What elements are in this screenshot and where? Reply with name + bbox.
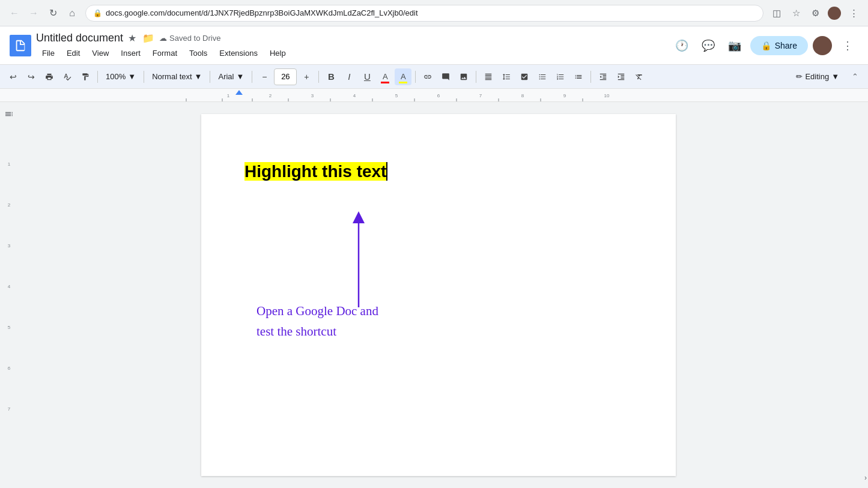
italic-button[interactable]: I: [341, 68, 357, 85]
print-button[interactable]: [41, 68, 58, 85]
bold-button[interactable]: B: [323, 68, 339, 85]
highlighted-text-container: Highlight this text: [244, 162, 633, 181]
menu-view[interactable]: View: [86, 46, 115, 60]
move-to-folder-button[interactable]: 📁: [141, 31, 156, 45]
svg-text:4: 4: [353, 93, 356, 98]
divider-5: [318, 71, 319, 83]
svg-text:5: 5: [395, 93, 398, 98]
indent-increase-button[interactable]: [613, 68, 630, 85]
menu-insert[interactable]: Insert: [115, 46, 147, 60]
expand-panel-button[interactable]: ›: [864, 474, 867, 482]
style-select[interactable]: Normal text ▼: [148, 68, 206, 85]
svg-text:6: 6: [437, 93, 440, 98]
document-title[interactable]: Untitled document: [36, 32, 123, 44]
chat-button[interactable]: 💬: [697, 35, 719, 56]
divider-7: [476, 71, 476, 83]
clear-format-button[interactable]: [631, 68, 648, 85]
version-history-button[interactable]: 🕐: [671, 35, 693, 56]
cast-button[interactable]: ◫: [768, 5, 785, 22]
style-dropdown-icon: ▼: [195, 72, 202, 81]
url-text: docs.google.com/document/d/1JNX7RjedBpzn…: [106, 8, 418, 17]
browser-actions: ◫ ☆ ⚙ ⋮: [768, 5, 862, 22]
divider-3: [210, 71, 210, 83]
zoom-dropdown-icon: ▼: [128, 72, 136, 81]
highlight-button[interactable]: A: [395, 68, 411, 85]
insert-image-button[interactable]: [455, 68, 472, 85]
text-color-button[interactable]: A: [377, 68, 393, 85]
numbered-list-button[interactable]: [552, 68, 569, 85]
svg-text:2: 2: [269, 93, 272, 98]
insert-link-button[interactable]: [419, 68, 436, 85]
home-button[interactable]: ⌂: [64, 5, 80, 22]
lock-icon: 🔒: [93, 9, 102, 17]
insert-comment-button[interactable]: [437, 68, 454, 85]
menu-button[interactable]: ⋮: [845, 5, 862, 22]
spell-check-button[interactable]: [59, 68, 76, 85]
browser-chrome: ← → ↻ ⌂ 🔒 docs.google.com/document/d/1JN…: [0, 0, 868, 26]
divider-4: [252, 71, 252, 83]
svg-text:7: 7: [479, 93, 482, 98]
underline-button[interactable]: U: [359, 68, 375, 85]
editing-dropdown-icon: ▼: [831, 72, 839, 81]
doc-title-area: Untitled document ★ 📁 ☁ Saved to Drive F…: [36, 31, 292, 60]
annotation-text: Open a Google Doc and test the shortcut: [256, 301, 378, 342]
annotation-container: Open a Google Doc and test the shortcut: [244, 217, 633, 397]
font-dropdown-icon: ▼: [236, 72, 244, 81]
menu-bar: File Edit View Insert Format Tools Exten…: [36, 46, 292, 60]
user-avatar[interactable]: [813, 36, 832, 55]
toolbar: ↩ ↪ 100% ▼ Normal text ▼ Arial ▼ − + B I…: [0, 65, 868, 89]
ruler: 1 2 3 4 5 6 7 8 9 10: [0, 89, 868, 102]
cloud-icon: ☁: [159, 34, 167, 43]
divider-8: [590, 71, 591, 83]
back-button[interactable]: ←: [6, 5, 23, 22]
svg-rect-0: [0, 89, 868, 102]
font-size-increase-button[interactable]: +: [298, 68, 315, 85]
font-size-input[interactable]: [274, 68, 297, 85]
extensions-button[interactable]: ⚙: [807, 5, 824, 22]
svg-text:1: 1: [227, 93, 230, 98]
menu-file[interactable]: File: [36, 46, 61, 60]
redo-button[interactable]: ↪: [23, 68, 40, 85]
menu-edit[interactable]: Edit: [61, 46, 86, 60]
font-size-decrease-button[interactable]: −: [256, 68, 273, 85]
star-button[interactable]: ★: [127, 31, 138, 45]
main-layout: 1 2 3 4 5 6 7 Highlight this text: [0, 102, 868, 488]
line-spacing-button[interactable]: [498, 68, 515, 85]
checklist-button[interactable]: [516, 68, 533, 85]
menu-help[interactable]: Help: [264, 46, 292, 60]
svg-text:10: 10: [604, 93, 610, 98]
menu-format[interactable]: Format: [147, 46, 183, 60]
header-right: 🕐 💬 📷 🔒 Share ⋮: [671, 35, 858, 56]
docs-icon: [10, 35, 31, 56]
side-ruler: 1 2 3 4 5 6 7: [8, 127, 10, 413]
document-area[interactable]: Highlight this text Open a Google D: [18, 102, 859, 488]
bullet-list-button[interactable]: [534, 68, 551, 85]
outline-button[interactable]: [2, 107, 16, 121]
pencil-icon: ✏: [796, 72, 803, 81]
paint-format-button[interactable]: [77, 68, 94, 85]
undo-button[interactable]: ↩: [5, 68, 22, 85]
profile-button[interactable]: [826, 5, 843, 22]
menu-extensions[interactable]: Extensions: [213, 46, 264, 60]
right-panel: ›: [859, 102, 868, 488]
bookmark-button[interactable]: ☆: [788, 5, 804, 22]
forward-button[interactable]: →: [25, 5, 42, 22]
svg-text:3: 3: [311, 93, 314, 98]
document-page[interactable]: Highlight this text Open a Google D: [201, 114, 676, 476]
address-bar[interactable]: 🔒 docs.google.com/document/d/1JNX7RjedBp…: [85, 5, 763, 22]
lock-share-icon: 🔒: [761, 41, 771, 50]
list-options-button[interactable]: [570, 68, 587, 85]
highlighted-text[interactable]: Highlight this text: [244, 162, 387, 181]
align-button[interactable]: [480, 68, 497, 85]
meet-button[interactable]: 📷: [724, 35, 745, 56]
reload-button[interactable]: ↻: [44, 5, 61, 22]
indent-decrease-button[interactable]: [595, 68, 612, 85]
font-select[interactable]: Arial ▼: [214, 68, 248, 85]
share-button[interactable]: 🔒 Share: [750, 36, 808, 55]
zoom-select[interactable]: 100% ▼: [102, 68, 140, 85]
more-options-button[interactable]: ⋮: [837, 35, 858, 56]
editing-mode-button[interactable]: ✏ Editing ▼: [790, 70, 845, 83]
collapse-toolbar-button[interactable]: ⌃: [846, 68, 863, 85]
menu-tools[interactable]: Tools: [183, 46, 213, 60]
doc-title-row: Untitled document ★ 📁 ☁ Saved to Drive: [36, 31, 292, 45]
